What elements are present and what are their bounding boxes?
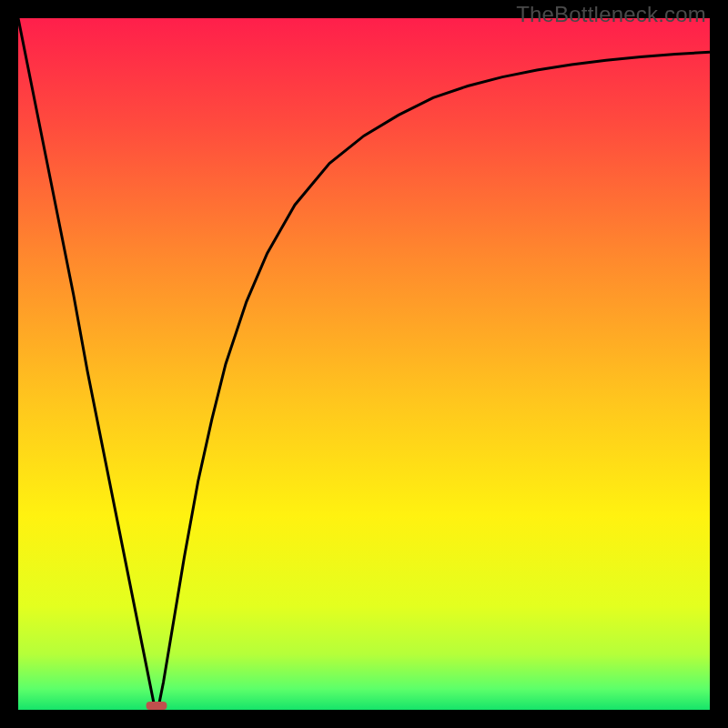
- gradient-background: [18, 18, 710, 710]
- optimal-point-marker: [147, 702, 167, 710]
- watermark-text: TheBottleneck.com: [516, 2, 706, 27]
- chart-frame: [18, 18, 710, 710]
- chart-svg: [18, 18, 710, 710]
